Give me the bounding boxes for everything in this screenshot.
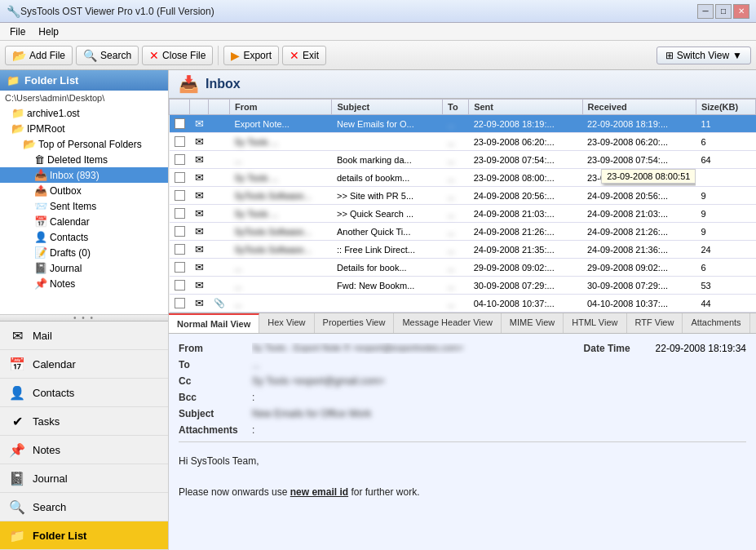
row-attach-cell [209,241,230,259]
nav-item-notes[interactable]: 📌Notes [0,436,168,464]
nav-item-journal[interactable]: 📓Journal [0,464,168,493]
row-from: SyTools Software... [230,187,332,205]
row-checkbox-cell[interactable] [170,133,190,151]
tree-item-ipmroot[interactable]: 📂IPMRoot [0,121,168,136]
row-checkbox-cell[interactable] [170,187,190,205]
detail-from-row: From Sy Tools - Export Note ® <export@ex… [179,340,746,357]
row-attach-cell [209,205,230,223]
row-subject: Details for book... [332,259,443,277]
row-checkbox-cell[interactable] [170,151,190,169]
tree-item-topfolders[interactable]: 📂Top of Personal Folders [0,136,168,152]
date-tooltip: 23-09-2008 08:00:51 [601,169,696,184]
tab-attachments[interactable]: Attachments [683,313,749,333]
row-email-icon-cell: ✉ [190,115,209,133]
close-button[interactable]: ✕ [733,4,749,19]
table-row[interactable]: ✉ SyTools Software... Another Quick Ti..… [170,223,756,241]
menu-help[interactable]: Help [32,24,65,39]
row-checkbox-cell[interactable] [170,241,190,259]
col-from[interactable]: From [230,100,332,115]
nav-item-contacts[interactable]: 👤Contacts [0,379,168,407]
tab-mime-view[interactable]: MIME View [502,313,564,333]
row-checkbox-cell[interactable] [170,205,190,223]
content-area: 📥 Inbox From Subject To Sent Received S [169,70,756,550]
tab-rtf-view[interactable]: RTF View [627,313,683,333]
folder-tree[interactable]: C:\Users\admin\Desktop\ 📁archive1.ost📂IP… [0,91,168,314]
row-to: ... [442,223,468,241]
export-button[interactable]: ▶ Export [223,46,279,65]
row-checkbox[interactable] [175,154,185,165]
table-row[interactable]: ✉ Export Note... New Emails for O... ...… [170,115,756,133]
row-checkbox[interactable] [175,244,185,255]
row-size: 9 [696,187,755,205]
row-checkbox[interactable] [175,262,185,273]
nav-item-tasks[interactable]: ✔Tasks [0,407,168,436]
table-row[interactable]: ✉ Sy Tools ... >> Quick Search ... ... 2… [170,205,756,223]
table-row[interactable]: ✉ ... Book marking da... ... 23-09-2008 … [170,151,756,169]
switch-view-label: Switch View [677,50,729,61]
tab-properties-view[interactable]: Properties View [315,313,395,333]
row-size: 6 [696,259,755,277]
close-file-button[interactable]: ✕ Close File [142,46,213,65]
nav-item-calendar[interactable]: 📅Calendar [0,350,168,379]
row-checkbox-cell[interactable] [170,223,190,241]
tab-hex-view[interactable]: Hex View [259,313,314,333]
col-subject[interactable]: Subject [332,100,443,115]
row-checkbox-cell[interactable] [170,115,190,133]
row-checkbox-cell[interactable] [170,295,190,313]
col-to[interactable]: To [442,100,468,115]
table-row[interactable]: ✉ Sy Tools ... ... 23-09-2008 06:20:... … [170,133,756,151]
tree-item-archive1[interactable]: 📁archive1.ost [0,105,168,121]
maximize-button[interactable]: □ [715,4,732,19]
table-row[interactable]: ✉ Sy Tools ... details of bookm... ... 2… [170,169,756,187]
body-link[interactable]: new email id [290,486,348,498]
row-to: ... [442,295,468,313]
email-table-container[interactable]: From Subject To Sent Received Size(KB) ✉… [169,99,756,313]
row-checkbox-cell[interactable] [170,259,190,277]
exit-button[interactable]: ✕ Exit [282,46,326,65]
row-subject: >> Site with PR 5... [332,187,443,205]
row-to: ... [442,259,468,277]
row-checkbox[interactable] [175,190,185,201]
tree-item-contacts[interactable]: 👤Contacts [0,229,168,245]
nav-item-mail[interactable]: ✉Mail [0,322,168,350]
col-size[interactable]: Size(KB) [696,100,755,115]
col-received[interactable]: Received [582,100,696,115]
tab-normal-mail-view[interactable]: Normal Mail View [169,313,259,333]
row-checkbox[interactable] [175,208,185,219]
table-row[interactable]: ✉ ... Details for book... ... 29-09-2008… [170,259,756,277]
row-checkbox[interactable] [175,136,185,147]
row-checkbox[interactable] [175,280,185,291]
table-row[interactable]: ✉ SyTools Software... :: Free Link Direc… [170,241,756,259]
tree-item-deleted[interactable]: 🗑Deleted Items [0,152,168,167]
tree-item-sent[interactable]: 📨Sent Items [0,198,168,214]
minimize-button[interactable]: ─ [697,4,714,19]
switch-view-button[interactable]: ⊞ Switch View ▼ [657,47,751,64]
tree-item-journal[interactable]: 📓Journal [0,260,168,276]
tree-item-calendar[interactable]: 📅Calendar [0,214,168,229]
tab-html-view[interactable]: HTML View [564,313,626,333]
row-checkbox[interactable] [175,298,185,308]
tree-item-inbox[interactable]: 📥Inbox (893) [0,167,168,183]
table-row[interactable]: ✉ 📎 ... ... 04-10-2008 10:37:... 04-10-2… [170,295,756,313]
tree-item-outbox[interactable]: 📤Outbox [0,183,168,198]
row-checkbox[interactable] [175,118,185,129]
menu-file[interactable]: File [3,24,32,39]
row-checkbox[interactable] [175,226,185,237]
nav-item-folder-list[interactable]: 📁Folder List [0,521,168,550]
row-checkbox-cell[interactable] [170,277,190,295]
envelope-icon: ✉ [195,171,204,184]
table-row[interactable]: ✉ ... Fwd: New Bookm... ... 30-09-2008 0… [170,277,756,295]
tree-item-notes[interactable]: 📌Notes [0,276,168,291]
row-checkbox-cell[interactable] [170,169,190,187]
row-checkbox[interactable] [175,172,185,183]
row-subject: Book marking da... [332,151,443,169]
row-email-icon-cell: ✉ [190,151,209,169]
tree-icon-ipmroot: 📂 [11,122,24,135]
table-row[interactable]: ✉ SyTools Software... >> Site with PR 5.… [170,187,756,205]
nav-item-search[interactable]: 🔍Search [0,493,168,521]
tab-message-header-view[interactable]: Message Header View [394,313,501,333]
col-sent[interactable]: Sent [469,100,582,115]
add-file-button[interactable]: 📂 Add File [5,46,73,65]
tree-item-drafts[interactable]: 📝Drafts (0) [0,245,168,260]
search-button[interactable]: 🔍 Search [76,46,139,65]
